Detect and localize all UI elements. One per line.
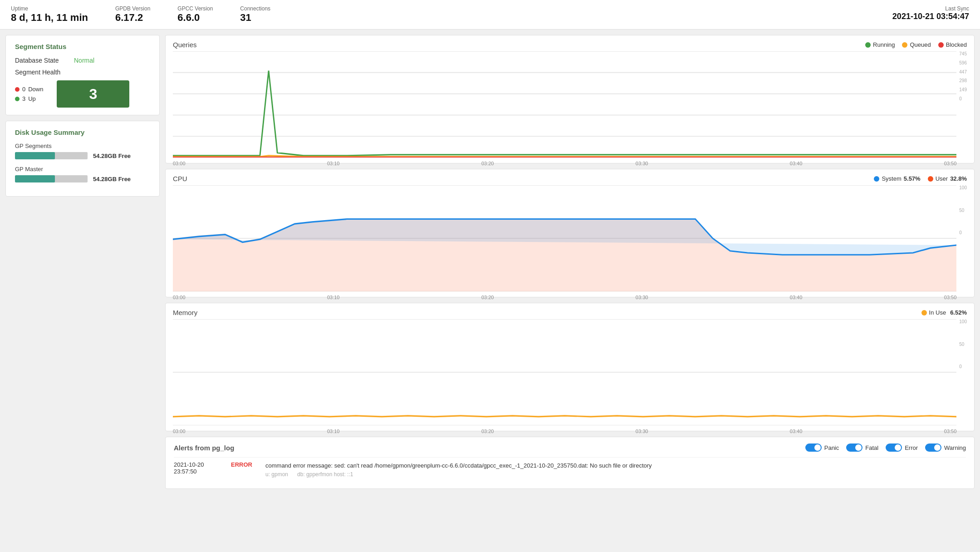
- uptime-label: Uptime: [11, 5, 88, 12]
- alert-meta: u: gpmon db: gpperfmon host: ::1: [265, 470, 966, 478]
- connections-label: Connections: [240, 5, 270, 12]
- gpdb-section: GPDB Version 6.17.2: [115, 5, 150, 24]
- gp-segments-label: GP Segments: [15, 143, 150, 149]
- disk-usage-card: Disk Usage Summary GP Segments 54.28GB F…: [5, 121, 160, 197]
- cpu-user-value: 32.8%: [950, 175, 967, 182]
- toggle-panic[interactable]: Panic: [805, 444, 839, 452]
- queries-legend-queued: Queued: [902, 41, 931, 48]
- down-count: 0: [22, 86, 25, 93]
- cpu-legend-user: User 32.8%: [928, 175, 967, 182]
- cpu-legend: System 5.57% User 32.8%: [874, 175, 967, 182]
- memory-x-axis: 03:00 03:10 03:20 03:30 03:40 03:50: [173, 427, 956, 436]
- alert-message: command error message: sed: can't read /…: [265, 461, 966, 478]
- gpcc-value: 6.6.0: [177, 12, 213, 24]
- gp-segments-bar-fill: [15, 152, 55, 159]
- warning-toggle-label: Warning: [944, 444, 966, 451]
- header: Uptime 8 d, 11 h, 11 min GPDB Version 6.…: [0, 0, 980, 30]
- queries-chart-card: Queries Running Queued Blocked: [165, 35, 975, 163]
- alerts-toggles: Panic Fatal Error Warning: [805, 444, 966, 452]
- queries-y-axis: 745 596 447 298 149 0: [956, 51, 967, 101]
- connections-value: 31: [240, 12, 270, 24]
- panic-toggle-label: Panic: [824, 444, 839, 451]
- queries-legend: Running Queued Blocked: [865, 41, 967, 48]
- memory-chart-card: Memory In Use 6.52%: [165, 303, 975, 431]
- disk-gp-segments: GP Segments 54.28GB Free: [15, 143, 150, 159]
- segment-status-title: Segment Status: [15, 43, 150, 50]
- queued-dot: [902, 42, 907, 48]
- gp-segments-bar-container: [15, 152, 88, 159]
- alert-level: ERROR: [231, 461, 258, 478]
- memory-svg: [173, 319, 956, 425]
- memory-chart-title: Memory: [173, 309, 197, 316]
- queries-legend-blocked: Blocked: [938, 41, 967, 48]
- right-panel: Queries Running Queued Blocked: [165, 35, 975, 489]
- health-rows: 0 Down 3 Up 3: [15, 80, 150, 108]
- gp-segments-free: 54.28GB Free: [93, 153, 131, 159]
- memory-chart-area-wrapper: 03:00 03:10 03:20 03:30 03:40 03:50 100 …: [173, 319, 967, 425]
- cpu-chart-area-wrapper: 03:00 03:10 03:20 03:30 03:40 03:50 100 …: [173, 185, 967, 291]
- cpu-x-axis: 03:00 03:10 03:20 03:30 03:40 03:50: [173, 293, 956, 302]
- last-sync-label: Last Sync: [892, 5, 969, 12]
- error-toggle-label: Error: [905, 444, 918, 451]
- fatal-toggle-switch[interactable]: [846, 444, 862, 452]
- db-state-row: Database State Normal: [15, 57, 150, 64]
- main-content: Segment Status Database State Normal Seg…: [0, 30, 980, 494]
- memory-inuse-label: In Use: [929, 309, 946, 316]
- health-down-item: 0 Down: [15, 86, 43, 93]
- queries-chart-title: Queries: [173, 41, 197, 49]
- running-dot: [865, 42, 871, 48]
- memory-chart-area: 03:00 03:10 03:20 03:30 03:40 03:50: [173, 319, 956, 425]
- memory-legend: In Use 6.52%: [921, 309, 967, 316]
- memory-chart-header: Memory In Use 6.52%: [173, 309, 967, 316]
- toggle-warning[interactable]: Warning: [925, 444, 966, 452]
- disk-gp-master: GP Master 54.28GB Free: [15, 166, 150, 182]
- connections-section: Connections 31: [240, 5, 270, 24]
- blocked-label: Blocked: [946, 41, 967, 48]
- uptime-value: 8 d, 11 h, 11 min: [11, 12, 88, 24]
- gpcc-section: GPCC Version 6.6.0: [177, 5, 213, 24]
- system-dot: [874, 176, 879, 182]
- cpu-system-value: 5.57%: [904, 175, 921, 182]
- cpu-chart-card: CPU System 5.57% User 32.8%: [165, 169, 975, 297]
- toggle-fatal[interactable]: Fatal: [846, 444, 878, 452]
- panic-toggle-switch[interactable]: [805, 444, 822, 452]
- cpu-system-label: System: [882, 175, 901, 182]
- gpcc-label: GPCC Version: [177, 5, 213, 12]
- alerts-header: Alerts from pg_log Panic Fatal Error: [174, 444, 966, 452]
- gp-master-bar-container: [15, 175, 88, 182]
- queries-chart-area: 03:00 03:10 03:20 03:30 03:40 03:50: [173, 51, 956, 158]
- up-dot: [15, 97, 20, 101]
- uptime-section: Uptime 8 d, 11 h, 11 min: [11, 5, 88, 24]
- fatal-toggle-label: Fatal: [865, 444, 878, 451]
- alert-row-0: 2021-10-20 23:57:50 ERROR command error …: [174, 457, 966, 482]
- cpu-chart-area: 03:00 03:10 03:20 03:30 03:40 03:50: [173, 185, 956, 291]
- error-toggle-switch[interactable]: [886, 444, 902, 452]
- last-sync-value: 2021-10-21 03:54:47: [892, 12, 969, 21]
- gp-segments-bar-row: 54.28GB Free: [15, 152, 150, 159]
- running-label: Running: [873, 41, 895, 48]
- alerts-card: Alerts from pg_log Panic Fatal Error: [165, 437, 975, 489]
- gp-master-bar-fill: [15, 175, 55, 182]
- health-up-item: 3 Up: [15, 95, 43, 102]
- toggle-error[interactable]: Error: [886, 444, 918, 452]
- cpu-legend-system: System 5.57%: [874, 175, 920, 182]
- warning-toggle-switch[interactable]: [925, 444, 941, 452]
- cpu-user-label: User: [936, 175, 948, 182]
- down-dot: [15, 87, 20, 92]
- db-state-value: Normal: [74, 57, 94, 64]
- gp-master-label: GP Master: [15, 166, 150, 172]
- segment-status-card: Segment Status Database State Normal Seg…: [5, 35, 160, 115]
- queued-label: Queued: [910, 41, 931, 48]
- health-badge-value: 3: [89, 86, 98, 103]
- user-dot: [928, 176, 933, 182]
- cpu-svg: [173, 185, 956, 291]
- last-sync-section: Last Sync 2021-10-21 03:54:47: [892, 5, 969, 21]
- queries-x-axis: 03:00 03:10 03:20 03:30 03:40 03:50: [173, 159, 956, 168]
- gpdb-value: 6.17.2: [115, 12, 150, 24]
- inuse-dot: [921, 310, 927, 315]
- health-badge: 3: [57, 80, 129, 108]
- segment-health-label: Segment Health: [15, 69, 150, 76]
- down-label: Down: [28, 86, 43, 93]
- health-list: 0 Down 3 Up: [15, 86, 43, 102]
- queries-chart-area-wrapper: 03:00 03:10 03:20 03:30 03:40 03:50 745 …: [173, 51, 967, 158]
